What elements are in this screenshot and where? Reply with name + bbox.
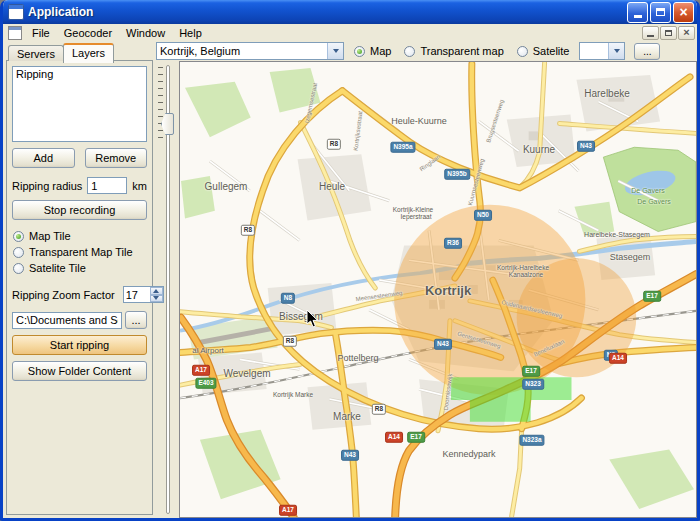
menu-bar: FileGeocoderWindowHelp × xyxy=(3,24,697,41)
tick xyxy=(158,74,163,75)
arrow-down-icon xyxy=(333,49,339,53)
panel-tabs: ServersLayers xyxy=(6,42,153,60)
left-panel: ServersLayers Ripping Add Remove Ripping… xyxy=(3,41,153,518)
map-toolbar: MapTransparent mapSatelite ... xyxy=(153,41,697,61)
minimize-icon xyxy=(647,35,654,37)
tab-layers[interactable]: Layers xyxy=(63,43,114,63)
restore-icon xyxy=(665,30,672,36)
radio-icon xyxy=(354,46,365,57)
radio-icon xyxy=(13,231,24,242)
layer-item[interactable]: Ripping xyxy=(13,67,146,81)
radio-label: Map xyxy=(370,45,391,57)
tab-servers[interactable]: Servers xyxy=(8,45,64,61)
mdi-restore-button[interactable] xyxy=(660,26,677,40)
map-modes: MapTransparent mapSatelite xyxy=(353,43,570,59)
window-title: Application xyxy=(28,5,625,19)
spinner-up-button[interactable] xyxy=(150,287,163,295)
menu-items: FileGeocoderWindowHelp xyxy=(25,26,209,40)
app-icon xyxy=(8,4,24,20)
tick xyxy=(158,102,163,103)
radius-unit-label: km xyxy=(132,180,147,192)
radio-icon xyxy=(404,46,415,57)
ripping-radius-overlay-2 xyxy=(517,258,637,377)
menu-item-file[interactable]: File xyxy=(25,26,57,40)
app-window: Application × FileGeocoderWindowHelp × S… xyxy=(0,0,700,521)
mdi-close-button[interactable]: × xyxy=(678,26,695,40)
menu-item-help[interactable]: Help xyxy=(172,26,209,40)
maximize-button[interactable] xyxy=(650,2,671,23)
tile-option-transparent-map-tile[interactable]: Transparent Map Tile xyxy=(12,244,147,260)
tick xyxy=(158,109,163,110)
tick xyxy=(158,81,163,82)
radio-label: Transparent Map Tile xyxy=(29,246,133,258)
mdi-minimize-button[interactable] xyxy=(642,26,659,40)
radio-icon xyxy=(517,46,528,57)
title-bar[interactable]: Application × xyxy=(3,0,697,24)
radio-label: Satelite Tile xyxy=(29,262,86,274)
toolbar-browse-button[interactable]: ... xyxy=(634,43,660,60)
layers-listbox[interactable]: Ripping xyxy=(12,66,147,142)
map-image xyxy=(180,62,696,517)
minimize-button[interactable] xyxy=(627,2,648,23)
radio-icon xyxy=(13,247,24,258)
arrow-up-icon xyxy=(153,289,159,293)
search-combobox[interactable] xyxy=(156,42,344,60)
stop-recording-button[interactable]: Stop recording xyxy=(12,200,147,220)
close-icon: × xyxy=(679,5,687,19)
menu-item-geocoder[interactable]: Geocoder xyxy=(57,26,119,40)
tick xyxy=(158,88,163,89)
zoom-factor-spinner[interactable] xyxy=(123,286,164,303)
add-button[interactable]: Add xyxy=(12,148,75,168)
radio-icon xyxy=(13,263,24,274)
spinner-down-button[interactable] xyxy=(150,295,163,303)
zoom-factor-input[interactable] xyxy=(124,287,150,302)
dropdown-arrow-icon[interactable] xyxy=(327,43,343,59)
radio-label: Map Tile xyxy=(29,230,71,242)
mouse-cursor-icon xyxy=(306,310,319,329)
minimize-icon xyxy=(634,15,642,18)
show-folder-content-button[interactable]: Show Folder Content xyxy=(12,361,147,381)
search-input[interactable] xyxy=(157,43,327,59)
tile-option-map-tile[interactable]: Map Tile xyxy=(12,228,147,244)
map-viewport[interactable]: Heule-KuurneKuurneHarelbekeGullegemHeule… xyxy=(179,61,697,518)
mode-satelite[interactable]: Satelite xyxy=(516,43,571,59)
tick xyxy=(158,130,163,131)
remove-button[interactable]: Remove xyxy=(85,148,148,168)
ripping-radius-input[interactable] xyxy=(87,177,127,194)
tile-options: Map TileTransparent Map TileSatelite Til… xyxy=(12,228,147,276)
output-path-input[interactable] xyxy=(12,312,122,329)
zoom-factor-label: Ripping Zoom Factor xyxy=(12,289,115,301)
maximize-icon xyxy=(656,8,665,16)
mdi-child-icon xyxy=(8,26,22,40)
radio-label: Transparent map xyxy=(420,45,503,57)
toolbar-combobox[interactable] xyxy=(579,42,625,60)
tick xyxy=(158,95,163,96)
close-icon: × xyxy=(683,27,689,38)
menu-item-window[interactable]: Window xyxy=(119,26,172,40)
tick xyxy=(158,137,163,138)
tick xyxy=(158,116,163,117)
layers-tab-page: Ripping Add Remove Ripping radius km Sto… xyxy=(6,60,153,515)
combobox-value xyxy=(580,43,608,59)
tick xyxy=(158,67,163,68)
dropdown-arrow-icon[interactable] xyxy=(608,43,624,59)
tile-option-satelite-tile[interactable]: Satelite Tile xyxy=(12,260,147,276)
mode-map[interactable]: Map xyxy=(353,43,392,59)
mode-transparent-map[interactable]: Transparent map xyxy=(403,43,504,59)
arrow-down-icon xyxy=(153,296,159,300)
ripping-radius-label: Ripping radius xyxy=(12,180,82,192)
browse-button[interactable]: ... xyxy=(125,311,147,329)
arrow-down-icon xyxy=(614,49,620,53)
close-button[interactable]: × xyxy=(673,2,694,23)
radio-label: Satelite xyxy=(533,45,570,57)
start-ripping-button[interactable]: Start ripping xyxy=(12,335,147,355)
